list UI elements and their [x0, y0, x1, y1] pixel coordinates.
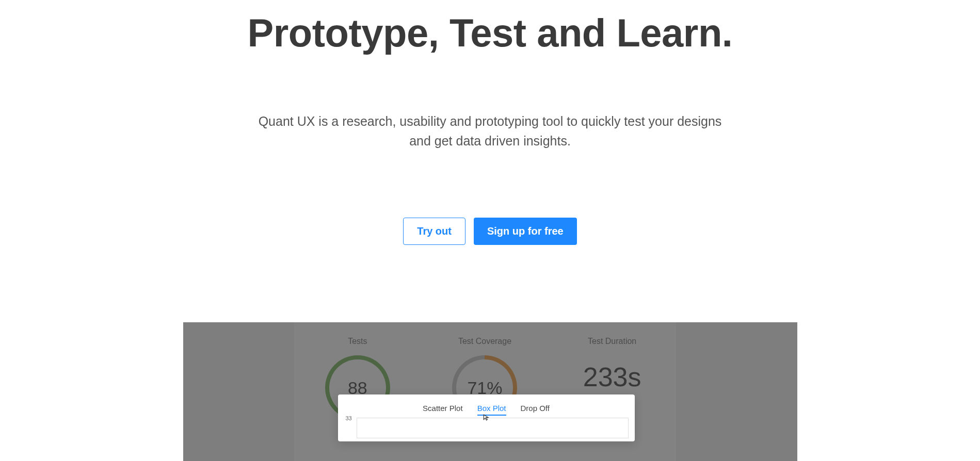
- stat-duration-label: Test Duration: [549, 337, 675, 346]
- tab-drop-off[interactable]: Drop Off: [521, 404, 550, 413]
- signup-button[interactable]: Sign up for free: [474, 218, 577, 245]
- chart-popup: Scatter Plot Box Plot Drop Off 33: [338, 394, 635, 441]
- hero-subtitle: Quant UX is a research, usability and pr…: [258, 112, 722, 151]
- cta-row: Try out Sign up for free: [0, 218, 980, 245]
- dashboard-preview: Tests 88 Test Coverage 71% Test Duration…: [183, 322, 797, 461]
- tab-scatter-plot[interactable]: Scatter Plot: [423, 404, 463, 413]
- hero-title: Prototype, Test and Learn.: [0, 10, 980, 55]
- tab-box-plot[interactable]: Box Plot: [477, 404, 506, 413]
- y-axis-tick: 33: [346, 415, 352, 421]
- stat-coverage-label: Test Coverage: [422, 337, 548, 346]
- popup-tabs: Scatter Plot Box Plot Drop Off: [344, 404, 629, 413]
- dashboard-sidebar: [183, 322, 294, 461]
- chart-area: 33: [357, 418, 629, 438]
- dashboard-right-panel: [676, 322, 797, 461]
- try-out-button[interactable]: Try out: [403, 218, 465, 245]
- stat-duration-value: 233s: [549, 361, 675, 392]
- stat-tests-label: Tests: [295, 337, 421, 346]
